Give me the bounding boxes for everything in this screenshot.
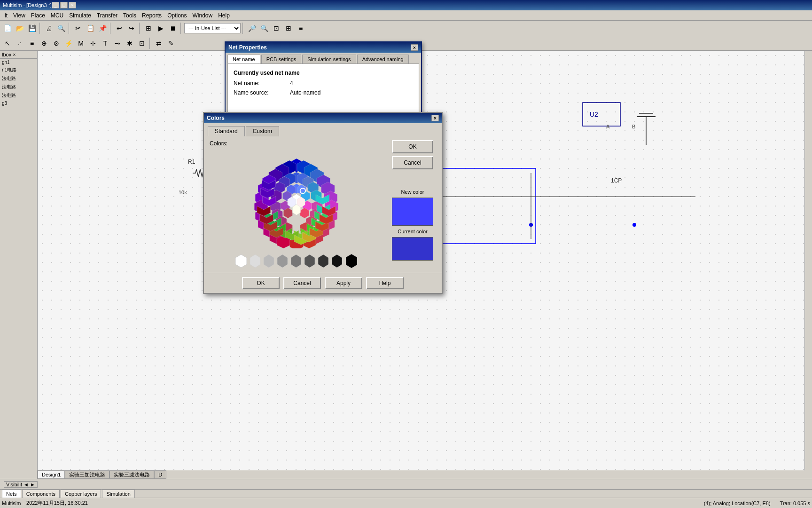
mark-icon[interactable]: ✱ bbox=[124, 38, 135, 49]
sidebar-item-3[interactable]: 法电路 bbox=[0, 74, 37, 83]
sidebar-item-4[interactable]: 法电路 bbox=[0, 83, 37, 91]
tab-simulation[interactable]: Simulation bbox=[102, 490, 134, 498]
net-icon[interactable]: ⊗ bbox=[51, 38, 62, 49]
design-tabs: Design1 实验三加法电路 实验三减法电路 D bbox=[38, 470, 812, 479]
sidebar-label: lbox × bbox=[0, 51, 37, 59]
design-tab-exp2[interactable]: 实验三减法电路 bbox=[109, 470, 154, 479]
menu-options[interactable]: Options bbox=[164, 11, 189, 20]
run-icon[interactable]: ▶ bbox=[155, 23, 166, 34]
menu-view[interactable]: View bbox=[10, 11, 28, 20]
svg-text:U2: U2 bbox=[590, 111, 598, 118]
colors-tab-standard[interactable]: Standard bbox=[208, 126, 245, 136]
toolbar-row-1: 📄 📂 💾 🖨 🔍 ✂ 📋 📌 ↩ ↪ ⊞ ▶ ⏹ --- In-Use Lis… bbox=[0, 21, 812, 36]
probe-icon[interactable]: ⊹ bbox=[87, 38, 99, 49]
design-tab-design1[interactable]: Design1 bbox=[38, 470, 65, 479]
misc-icon[interactable]: M bbox=[75, 38, 86, 49]
current-color-swatch bbox=[392, 237, 433, 261]
color-wheel-container[interactable] bbox=[210, 150, 383, 248]
colors-close[interactable]: × bbox=[431, 115, 439, 121]
svg-marker-100 bbox=[264, 254, 274, 268]
open-icon[interactable]: 📂 bbox=[14, 23, 25, 34]
power-icon[interactable]: ⚡ bbox=[63, 38, 74, 49]
sidebar-item-1[interactable]: gn1 bbox=[0, 59, 37, 66]
annot-icon[interactable]: ✎ bbox=[165, 38, 177, 49]
window-controls: _ □ × bbox=[52, 2, 76, 8]
colors-footer-help[interactable]: Help bbox=[366, 277, 404, 289]
minimize-button[interactable]: _ bbox=[52, 2, 59, 8]
in-use-list[interactable]: --- In-Use List --- bbox=[184, 23, 241, 33]
menu-window[interactable]: Window bbox=[189, 11, 215, 20]
save-icon[interactable]: 💾 bbox=[26, 23, 38, 34]
menu-transfer[interactable]: Transfer bbox=[94, 11, 120, 20]
sep2 bbox=[69, 23, 70, 34]
menu-place[interactable]: Place bbox=[28, 11, 48, 20]
colors-tab-custom[interactable]: Custom bbox=[246, 126, 279, 136]
zoom-sel-icon[interactable]: ⊞ bbox=[283, 23, 294, 34]
dgray3-swatch[interactable] bbox=[331, 254, 343, 268]
menu-edit[interactable]: it bbox=[2, 11, 10, 20]
design-tab-exp1[interactable]: 实验三加法电路 bbox=[65, 470, 109, 479]
dgray2-swatch[interactable] bbox=[317, 254, 329, 268]
net-props-close[interactable]: × bbox=[411, 44, 418, 51]
visibility-toggle[interactable]: Visibilit ◄ ► bbox=[4, 481, 38, 488]
mgray-swatch[interactable] bbox=[290, 254, 302, 268]
tab-copper[interactable]: Copper layers bbox=[61, 490, 101, 498]
sidebar-item-2[interactable]: n1电路 bbox=[0, 66, 37, 74]
close-button-main[interactable]: × bbox=[69, 2, 76, 8]
white-swatch[interactable] bbox=[234, 254, 248, 269]
menu-help[interactable]: Help bbox=[215, 11, 233, 20]
restore-button[interactable]: □ bbox=[60, 2, 68, 8]
new-icon[interactable]: 📄 bbox=[2, 23, 13, 34]
cut-icon[interactable]: ✂ bbox=[72, 23, 84, 34]
black-swatch[interactable] bbox=[344, 253, 359, 269]
hier-icon[interactable]: ⊡ bbox=[136, 38, 148, 49]
copy-icon[interactable]: 📋 bbox=[85, 23, 96, 34]
select-icon[interactable]: ↖ bbox=[2, 38, 13, 49]
color-wheel-svg[interactable] bbox=[247, 150, 346, 248]
lgray1-swatch[interactable] bbox=[249, 254, 261, 268]
layers-icon[interactable]: ≡ bbox=[295, 23, 306, 34]
menu-reports[interactable]: Reports bbox=[139, 11, 164, 20]
sidebar-item-6[interactable]: g3 bbox=[0, 100, 37, 107]
stop-icon[interactable]: ⏹ bbox=[167, 23, 179, 34]
menu-tools[interactable]: Tools bbox=[120, 11, 139, 20]
tab-adv-naming[interactable]: Advanced naming bbox=[357, 55, 409, 64]
colors-footer-cancel[interactable]: Cancel bbox=[283, 277, 321, 289]
tab-nets[interactable]: Nets bbox=[2, 490, 21, 498]
grayscale-row bbox=[210, 253, 383, 269]
dgray1-swatch[interactable] bbox=[304, 254, 316, 268]
zoom-out-icon[interactable]: 🔍 bbox=[258, 23, 270, 34]
sidebar-close[interactable]: × bbox=[13, 52, 16, 57]
tab-sim-settings[interactable]: Simulation settings bbox=[302, 55, 356, 64]
lgray3-swatch[interactable] bbox=[276, 254, 289, 268]
paste-icon[interactable]: 📌 bbox=[97, 23, 108, 34]
vertical-scrollbar[interactable] bbox=[804, 51, 812, 470]
colors-ok-btn[interactable]: OK bbox=[392, 140, 433, 153]
lgray2-swatch[interactable] bbox=[263, 254, 275, 268]
component-icon[interactable]: ⊞ bbox=[143, 23, 154, 34]
menu-simulate[interactable]: Simulate bbox=[66, 11, 94, 20]
menu-bar: it View Place MCU Simulate Transfer Tool… bbox=[0, 10, 812, 21]
print-icon[interactable]: 🖨 bbox=[43, 23, 55, 34]
menu-mcu[interactable]: MCU bbox=[48, 11, 66, 20]
design-tab-d[interactable]: D bbox=[154, 470, 166, 479]
t-icon[interactable]: T bbox=[100, 38, 111, 49]
bus-icon[interactable]: ≡ bbox=[26, 38, 38, 49]
zoom-in-icon[interactable]: 🔎 bbox=[246, 23, 258, 34]
wire-icon[interactable]: ⟋ bbox=[14, 38, 25, 49]
colors-footer-apply[interactable]: Apply bbox=[325, 277, 362, 289]
redo-icon[interactable]: ↪ bbox=[126, 23, 137, 34]
transfer-icon[interactable]: ⇄ bbox=[153, 38, 164, 49]
fit-icon[interactable]: ⊡ bbox=[271, 23, 282, 34]
tab-pcb-settings[interactable]: PCB settings bbox=[261, 55, 302, 64]
colors-left-panel: Colors: bbox=[210, 140, 383, 269]
colors-cancel-btn[interactable]: Cancel bbox=[392, 156, 433, 169]
tab-components[interactable]: Components bbox=[22, 490, 60, 498]
tab-net-name[interactable]: Net name bbox=[227, 55, 260, 64]
undo-icon[interactable]: ↩ bbox=[114, 23, 125, 34]
zoom-icon[interactable]: 🔍 bbox=[55, 23, 67, 34]
junction-icon[interactable]: ⊕ bbox=[39, 38, 50, 49]
instr-icon[interactable]: ⊸ bbox=[112, 38, 123, 49]
colors-footer-ok[interactable]: OK bbox=[242, 277, 280, 289]
sidebar-item-5[interactable]: 法电路 bbox=[0, 91, 37, 100]
